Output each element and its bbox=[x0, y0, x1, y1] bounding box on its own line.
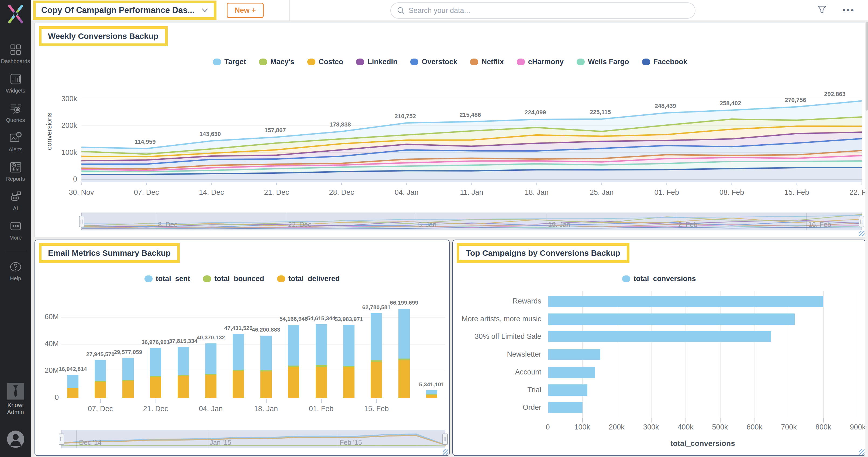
legend-item-eHarmony[interactable]: eHarmony bbox=[517, 58, 564, 66]
legend-swatch-icon bbox=[213, 59, 221, 65]
category-label: Newsletter bbox=[455, 350, 541, 359]
x-tick bbox=[321, 399, 322, 403]
bar-Newsletter bbox=[548, 349, 600, 360]
bar-segment-total_sent bbox=[205, 343, 216, 374]
search-input[interactable] bbox=[409, 6, 689, 15]
legend-label: Overstock bbox=[422, 58, 457, 66]
x-tick-label: 500k bbox=[701, 423, 739, 431]
weekly-plot-area: 114,959143,630157,867178,838210,752215,4… bbox=[82, 77, 862, 185]
bar-segment-total_sent bbox=[343, 325, 354, 366]
x-tick-label: 18. Jan bbox=[247, 405, 285, 413]
navigator-gridline bbox=[546, 213, 547, 230]
bar-Trial bbox=[548, 384, 587, 396]
navigator-date-label: 5. Jan bbox=[418, 221, 436, 229]
data-label: 29,577,059 bbox=[104, 349, 152, 355]
legend-label: Facebook bbox=[653, 58, 687, 66]
panel-weekly-conversions: Weekly Conversions Backup TargetMacy'sCo… bbox=[34, 23, 866, 237]
x-tick-label: 14. Dec bbox=[193, 188, 230, 197]
navigator-date-label: 22. Dec bbox=[288, 221, 311, 229]
gridline bbox=[61, 317, 445, 317]
legend-item-total_delivered[interactable]: total_delivered bbox=[277, 275, 340, 283]
sidebar-item-more[interactable]: More bbox=[9, 220, 22, 241]
navigator-left-handle[interactable] bbox=[79, 216, 84, 227]
resize-handle[interactable] bbox=[859, 231, 865, 236]
sidebar-divider bbox=[5, 251, 26, 251]
category-label: Trial bbox=[455, 386, 541, 394]
legend-swatch-icon bbox=[145, 276, 153, 282]
bar-3 bbox=[150, 348, 161, 398]
x-tick-label: 04. Jan bbox=[388, 188, 425, 197]
category-label: 30% off Limited Sale bbox=[455, 332, 541, 341]
legend-item-Wells Fargo[interactable]: Wells Fargo bbox=[577, 58, 629, 66]
sidebar-item-ai[interactable]: AI bbox=[9, 190, 22, 211]
bar-11 bbox=[371, 313, 382, 398]
legend-item-Overstock[interactable]: Overstock bbox=[410, 58, 457, 66]
user-avatar[interactable] bbox=[7, 431, 24, 448]
navigator-selection[interactable] bbox=[61, 430, 445, 448]
x-tick bbox=[211, 399, 211, 403]
chevron-down-icon bbox=[202, 8, 208, 13]
sidebar-item-help[interactable]: Help bbox=[9, 260, 22, 282]
filter-funnel-icon[interactable] bbox=[817, 5, 827, 16]
more-options-icon[interactable]: ••• bbox=[842, 6, 855, 15]
email-range-selector[interactable]: Dec '14Jan '15Feb '15 bbox=[61, 430, 445, 448]
x-tick bbox=[823, 418, 824, 423]
sidebar-item-alerts[interactable]: Alerts bbox=[9, 132, 22, 153]
legend-label: Wells Fargo bbox=[588, 58, 629, 66]
bar-segment-total_delivered bbox=[398, 361, 410, 398]
legend-item-LinkedIn[interactable]: LinkedIn bbox=[356, 58, 397, 66]
legend-item-total_sent[interactable]: total_sent bbox=[145, 275, 190, 283]
navigator-selection[interactable] bbox=[82, 213, 862, 230]
legend-swatch-icon bbox=[642, 59, 650, 65]
dashboards-grid-icon bbox=[9, 43, 22, 56]
navigator-right-handle[interactable] bbox=[442, 433, 448, 445]
resize-handle[interactable] bbox=[443, 449, 448, 455]
new-button[interactable]: New + bbox=[227, 3, 264, 18]
x-tick-label: 07. Dec bbox=[127, 188, 165, 197]
navigator-date-label: 16. Feb bbox=[808, 221, 831, 229]
bar-6 bbox=[232, 334, 244, 398]
data-label: 5,341,101 bbox=[407, 381, 456, 388]
weekly-range-selector[interactable]: 8. Dec22. Dec5. Jan19. Jan2. Feb16. Feb bbox=[82, 212, 862, 230]
legend-item-Target[interactable]: Target bbox=[213, 58, 246, 66]
x-tick-label: 11. Jan bbox=[453, 188, 491, 197]
navigator-gridline bbox=[416, 213, 416, 230]
navigator-gridline bbox=[76, 430, 76, 448]
sidebar-item-label: Reports bbox=[6, 176, 25, 182]
navigator-date-label: 8. Dec bbox=[158, 221, 177, 229]
bar-segment-total_sent bbox=[371, 313, 382, 361]
navigator-right-handle[interactable] bbox=[859, 216, 864, 227]
bar-segment-total_delivered bbox=[316, 367, 327, 398]
bar-segment-total_sent bbox=[398, 309, 410, 359]
sidebar-item-queries[interactable]: Queries bbox=[6, 102, 25, 123]
y-tick-label: 0 bbox=[32, 393, 59, 402]
resize-handle[interactable] bbox=[859, 449, 865, 455]
legend-item-Netflix[interactable]: Netflix bbox=[470, 58, 504, 66]
navigator-left-handle[interactable] bbox=[59, 433, 64, 445]
tie-icon bbox=[7, 383, 24, 400]
legend-item-Costco[interactable]: Costco bbox=[307, 58, 343, 66]
sidebar-item-reports[interactable]: Reports bbox=[6, 161, 25, 182]
legend-item-total_conversions[interactable]: total_conversions bbox=[622, 275, 696, 283]
knowi-logo[interactable] bbox=[6, 4, 25, 24]
sidebar-item-dashboards[interactable]: Dashboards bbox=[1, 43, 30, 64]
data-label: 143,630 bbox=[186, 131, 235, 138]
legend-item-Facebook[interactable]: Facebook bbox=[642, 58, 687, 66]
sidebar-item-label: Widgets bbox=[6, 88, 25, 94]
page-scrollbar bbox=[865, 21, 868, 457]
sidebar-item-widgets[interactable]: Widgets bbox=[6, 73, 25, 94]
legend-swatch-icon bbox=[203, 276, 211, 282]
dashboard-selector[interactable]: Copy Of Campaign Performance Das... bbox=[36, 3, 214, 17]
legend-item-Macy's[interactable]: Macy's bbox=[259, 58, 294, 66]
scrollbar-thumb[interactable] bbox=[866, 22, 868, 111]
email-title-highlight: Email Metrics Summary Backup bbox=[39, 243, 180, 263]
sidebar-item-knowi-admin[interactable]: Knowi Admin bbox=[4, 383, 27, 416]
legend-swatch-icon bbox=[577, 59, 585, 65]
y-tick-label: 0 bbox=[50, 175, 77, 183]
legend-item-total_bounced[interactable]: total_bounced bbox=[203, 275, 264, 283]
navigator-date-label: Dec '14 bbox=[79, 439, 102, 447]
dashboard-title: Copy Of Campaign Performance Das... bbox=[41, 5, 194, 15]
x-tick-label: 28. Dec bbox=[323, 188, 361, 197]
category-label: Account bbox=[455, 368, 541, 376]
category-label: Rewards bbox=[455, 297, 541, 305]
